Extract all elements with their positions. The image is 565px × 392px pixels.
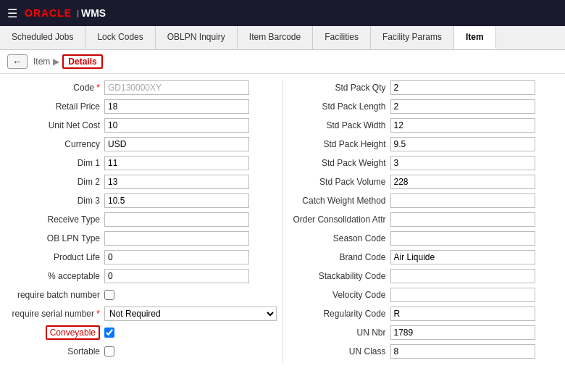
label-conveyable: Conveyable bbox=[3, 328, 104, 338]
input-un-nbr[interactable] bbox=[390, 325, 535, 340]
breadcrumb: ← Item ▶ Details bbox=[0, 50, 565, 74]
field-ob-lpn-type: OB LPN Type bbox=[3, 230, 277, 246]
logo-separator: | bbox=[77, 9, 79, 17]
input-un-class[interactable] bbox=[390, 344, 535, 359]
input-brand-code[interactable] bbox=[390, 250, 535, 264]
label-receive-type: Receive Type bbox=[3, 214, 104, 225]
field-conveyable: Conveyable bbox=[3, 325, 277, 341]
field-std-pack-weight: Std Pack Weight bbox=[289, 155, 563, 171]
label-catch-weight-method: Catch Weight Method bbox=[289, 196, 390, 206]
label-un-class: UN Class bbox=[289, 346, 390, 356]
checkbox-sortable[interactable] bbox=[104, 346, 114, 356]
input-unit-net-cost[interactable] bbox=[104, 118, 249, 133]
field-dim1: Dim 1 bbox=[3, 155, 277, 171]
field-regularity-code: Regularity Code bbox=[289, 306, 563, 322]
breadcrumb-separator: ▶ bbox=[53, 57, 59, 67]
label-currency: Currency bbox=[3, 139, 104, 149]
label-retail-price: Retail Price bbox=[3, 101, 104, 112]
form-divider bbox=[282, 80, 283, 362]
input-order-consolidation-attr[interactable] bbox=[390, 212, 535, 227]
field-std-pack-height: Std Pack Height bbox=[289, 136, 563, 152]
field-sortable: Sortable bbox=[3, 343, 277, 359]
label-require-batch-number: require batch number bbox=[3, 290, 104, 300]
field-velocity-code: Velocity Code bbox=[289, 287, 563, 303]
field-dim3: Dim 3 bbox=[3, 193, 277, 209]
field-un-nbr: UN Nbr bbox=[289, 325, 563, 341]
field-receive-type: Receive Type bbox=[3, 212, 277, 228]
label-order-consolidation-attr: Order Consolidation Attr bbox=[289, 214, 390, 225]
input-regularity-code[interactable] bbox=[390, 306, 535, 321]
checkbox-require-batch-number[interactable] bbox=[104, 290, 114, 300]
input-dim2[interactable] bbox=[104, 175, 249, 189]
checkbox-conveyable[interactable] bbox=[104, 328, 114, 338]
label-std-pack-length: Std Pack Length bbox=[289, 101, 390, 112]
wms-label: WMS bbox=[81, 7, 106, 19]
field-product-life: Product Life bbox=[3, 249, 277, 265]
tab-scheduled-jobs[interactable]: Scheduled Jobs bbox=[0, 26, 85, 49]
input-std-pack-length[interactable] bbox=[390, 99, 535, 114]
field-currency: Currency bbox=[3, 136, 277, 152]
label-std-pack-width: Std Pack Width bbox=[289, 120, 390, 130]
field-require-serial-number: require serial number * Not Required Req… bbox=[3, 306, 277, 322]
tab-lock-codes[interactable]: Lock Codes bbox=[85, 26, 155, 49]
input-std-pack-weight[interactable] bbox=[390, 156, 535, 170]
select-require-serial-number[interactable]: Not Required Required bbox=[104, 306, 277, 321]
label-ob-lpn-type: OB LPN Type bbox=[3, 233, 104, 243]
tab-item[interactable]: Item bbox=[454, 26, 496, 49]
input-receive-type[interactable] bbox=[104, 212, 249, 227]
field-std-pack-width: Std Pack Width bbox=[289, 117, 563, 133]
input-product-life[interactable] bbox=[104, 250, 249, 264]
label-regularity-code: Regularity Code bbox=[289, 309, 390, 319]
input-std-pack-volume[interactable] bbox=[390, 175, 535, 189]
tab-oblpn-inquiry[interactable]: OBLPN Inquiry bbox=[156, 26, 238, 49]
hamburger-icon[interactable]: ☰ bbox=[7, 7, 17, 20]
back-button[interactable]: ← bbox=[7, 54, 28, 69]
field-unit-net-cost: Unit Net Cost bbox=[3, 117, 277, 133]
oracle-logo: ORACLE bbox=[25, 7, 72, 19]
label-velocity-code: Velocity Code bbox=[289, 290, 390, 300]
label-require-serial-number: require serial number * bbox=[3, 309, 104, 319]
label-stackability-code: Stackability Code bbox=[289, 271, 390, 281]
input-dim1[interactable] bbox=[104, 156, 249, 170]
label-brand-code: Brand Code bbox=[289, 252, 390, 262]
input-retail-price[interactable] bbox=[104, 99, 249, 114]
field-season-code: Season Code bbox=[289, 230, 563, 246]
input-code[interactable] bbox=[104, 80, 249, 95]
label-dim1: Dim 1 bbox=[3, 158, 104, 168]
form-right: Std Pack Qty Std Pack Length Std Pack Wi… bbox=[289, 80, 563, 362]
input-std-pack-qty[interactable] bbox=[390, 80, 535, 95]
field-catch-weight-method: Catch Weight Method bbox=[289, 193, 563, 209]
tab-facility-params[interactable]: Facility Params bbox=[371, 26, 454, 49]
input-pct-acceptable[interactable] bbox=[104, 269, 249, 283]
field-un-class: UN Class bbox=[289, 343, 563, 359]
input-currency[interactable] bbox=[104, 137, 249, 151]
top-bar: ☰ ORACLE | WMS bbox=[0, 0, 565, 26]
label-std-pack-volume: Std Pack Volume bbox=[289, 177, 390, 187]
input-stackability-code[interactable] bbox=[390, 269, 535, 283]
field-require-batch-number: require batch number bbox=[3, 287, 277, 303]
form-container: Code * Retail Price Unit Net Cost Curren… bbox=[0, 74, 565, 368]
field-code: Code * bbox=[3, 80, 277, 96]
form-left: Code * Retail Price Unit Net Cost Curren… bbox=[3, 80, 277, 362]
input-std-pack-height[interactable] bbox=[390, 137, 535, 151]
input-catch-weight-method[interactable] bbox=[390, 193, 535, 208]
label-code: Code * bbox=[3, 83, 104, 93]
nav-tabs: Scheduled Jobs Lock Codes OBLPN Inquiry … bbox=[0, 26, 565, 50]
input-ob-lpn-type[interactable] bbox=[104, 231, 249, 246]
label-unit-net-cost: Unit Net Cost bbox=[3, 120, 104, 130]
label-std-pack-qty: Std Pack Qty bbox=[289, 83, 390, 93]
input-dim3[interactable] bbox=[104, 193, 249, 208]
label-un-nbr: UN Nbr bbox=[289, 328, 390, 338]
tab-facilities[interactable]: Facilities bbox=[313, 26, 371, 49]
field-std-pack-length: Std Pack Length bbox=[289, 99, 563, 114]
input-velocity-code[interactable] bbox=[390, 288, 535, 302]
label-season-code: Season Code bbox=[289, 233, 390, 243]
breadcrumb-parent[interactable]: Item bbox=[33, 57, 50, 67]
label-sortable: Sortable bbox=[3, 346, 104, 356]
input-season-code[interactable] bbox=[390, 231, 535, 246]
input-std-pack-width[interactable] bbox=[390, 118, 535, 133]
label-dim2: Dim 2 bbox=[3, 177, 104, 187]
tab-item-barcode[interactable]: Item Barcode bbox=[238, 26, 313, 49]
field-std-pack-qty: Std Pack Qty bbox=[289, 80, 563, 96]
label-std-pack-weight: Std Pack Weight bbox=[289, 158, 390, 168]
